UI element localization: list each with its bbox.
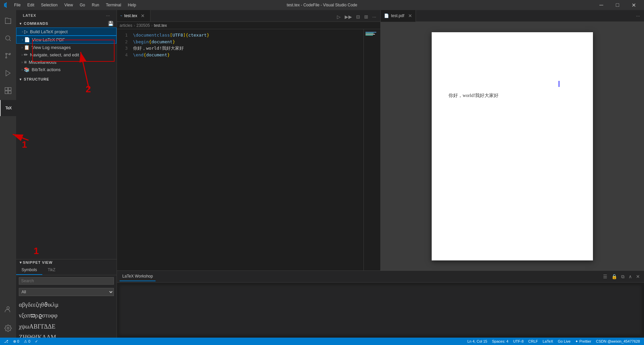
- panel-lock-icon[interactable]: 🔒: [610, 273, 618, 280]
- close-tab-icon[interactable]: ✕: [141, 13, 145, 18]
- pdf-cursor: [559, 81, 559, 87]
- status-golive[interactable]: Go Live: [557, 339, 572, 343]
- breadcrumb-230505[interactable]: 230505: [136, 23, 150, 28]
- panel-collapse-icon[interactable]: ∧: [627, 273, 633, 280]
- view-log-label: View Log messages: [32, 45, 71, 50]
- pdf-more-icon[interactable]: ···: [635, 12, 641, 19]
- symbols-row-4: ΖΗΘΘΙΚΛΛΜ: [19, 332, 114, 338]
- menu-help[interactable]: Help: [125, 1, 140, 9]
- search-input[interactable]: [19, 277, 114, 285]
- split-down-icon[interactable]: ⊟: [355, 13, 361, 20]
- snippet-search-container: [16, 275, 117, 287]
- commands-chevron-icon: ▼: [19, 22, 23, 26]
- activity-bar: TeX: [0, 10, 16, 338]
- panel-close-icon[interactable]: ✕: [635, 273, 641, 280]
- window-title: test.tex - CodeFile - Visual Studio Code: [287, 3, 357, 7]
- status-prettier[interactable]: ✦ Prettier: [574, 339, 593, 344]
- menu-go[interactable]: Go: [76, 1, 88, 9]
- pdf-text-content: 你好，world!我好大家好: [448, 93, 499, 99]
- code-content[interactable]: \documentclass[UTF8]{ctexart} \begin{doc…: [130, 29, 363, 270]
- status-line-col[interactable]: Ln 4, Col 15: [466, 339, 488, 343]
- sidebar-more-icon[interactable]: ···: [106, 13, 110, 18]
- editor-area: ~ test.tex ✕ ▷ ▶▶ ⊟ ⊞ ··· articles ›: [117, 10, 644, 338]
- menu-edit[interactable]: Edit: [24, 1, 38, 9]
- navigate-item[interactable]: › ✏ Navigate, select, and edit: [16, 51, 117, 58]
- more-options-icon[interactable]: ···: [371, 13, 378, 20]
- bottom-panel-header: LaTeX Workshop ☰ 🔒 ⧉ ∧ ✕: [117, 271, 644, 283]
- pdf-tab-test-pdf[interactable]: 📄 test.pdf ✕: [381, 10, 416, 22]
- menu-file[interactable]: File: [11, 1, 24, 9]
- build-play-icon: ▷: [24, 29, 28, 34]
- navigate-chevron-icon: ›: [22, 53, 23, 57]
- activity-account[interactable]: [0, 301, 16, 317]
- tab-tikz[interactable]: TikZ: [42, 265, 61, 275]
- tab-label-test-tex: test.tex: [124, 13, 137, 18]
- menu-run[interactable]: Run: [88, 1, 102, 9]
- status-eol[interactable]: CRLF: [527, 339, 540, 343]
- tab-symbols[interactable]: Symbols: [16, 265, 42, 275]
- build-latex-item[interactable]: › ▷ Build LaTeX project: [16, 28, 117, 36]
- editor-tab-bar: ~ test.tex ✕ ▷ ▶▶ ⊟ ⊞ ···: [117, 10, 380, 22]
- sidebar: LATEX ··· ▼ COMMANDS 💾 › ▷ Build LaTeX p…: [16, 10, 117, 338]
- activity-search[interactable]: [0, 30, 16, 46]
- pdf-tab-bar: 📄 test.pdf ✕ ···: [381, 10, 644, 22]
- activity-settings[interactable]: [0, 320, 16, 336]
- filter-select[interactable]: All: [19, 288, 114, 296]
- svg-rect-6: [8, 88, 11, 90]
- title-bar: File Edit Selection View Go Run Terminal…: [0, 0, 644, 10]
- structure-section-header[interactable]: ▼ STRUCTURE: [16, 76, 117, 83]
- panel-list-icon[interactable]: ☰: [602, 273, 609, 280]
- editor-tab-test-tex[interactable]: ~ test.tex ✕: [117, 10, 151, 21]
- activity-explorer[interactable]: [0, 13, 16, 29]
- menu-terminal[interactable]: Terminal: [102, 1, 124, 9]
- maximize-button[interactable]: □: [610, 0, 625, 10]
- close-button[interactable]: ✕: [626, 0, 641, 10]
- view-pdf-item[interactable]: › 📄 View LaTeX PDF: [16, 36, 117, 44]
- code-line-2: \begin{document}: [133, 39, 361, 45]
- status-warnings[interactable]: ⚠ 0: [23, 339, 32, 344]
- status-encoding[interactable]: UTF-8: [512, 339, 525, 343]
- status-check-icon[interactable]: ✓: [34, 339, 39, 344]
- status-spaces[interactable]: Spaces: 4: [491, 339, 510, 343]
- split-view: ~ test.tex ✕ ▷ ▶▶ ⊟ ⊞ ··· articles ›: [117, 10, 644, 270]
- run-icon[interactable]: ▷: [336, 13, 342, 20]
- main-container: TeX LATEX ··· ▼ COMMANDS 💾 ›: [0, 10, 644, 338]
- view-log-item[interactable]: › 📋 View Log messages: [16, 44, 117, 51]
- blurred-panel-content: [120, 285, 641, 335]
- menu-view[interactable]: View: [61, 1, 76, 9]
- breadcrumb-articles[interactable]: articles: [120, 23, 132, 28]
- svg-rect-8: [8, 91, 11, 94]
- minimize-button[interactable]: ─: [594, 0, 609, 10]
- run-all-icon[interactable]: ▶▶: [343, 13, 353, 20]
- commands-section-header[interactable]: ▼ COMMANDS 💾: [16, 19, 117, 28]
- pdf-viewer: 你好，world!我好大家好: [381, 22, 644, 270]
- vscode-logo-icon: [3, 2, 8, 8]
- activity-extensions[interactable]: [0, 83, 16, 99]
- close-pdf-tab-icon[interactable]: ✕: [408, 13, 412, 18]
- commands-label: COMMANDS: [24, 21, 48, 26]
- minimap: [363, 29, 380, 270]
- misc-item[interactable]: › ≡ Miscellaneous: [16, 58, 117, 66]
- commands-save-icon[interactable]: 💾: [108, 21, 114, 26]
- code-line-1: \documentclass[UTF8]{ctexart}: [133, 32, 361, 39]
- status-csdn[interactable]: CSDN @weixin_45477628: [595, 339, 641, 343]
- snippet-view-header[interactable]: ▼ SNIPPET VIEW: [16, 259, 117, 265]
- menu-selection[interactable]: Selection: [38, 1, 61, 9]
- panel-new-window-icon[interactable]: ⧉: [620, 273, 626, 280]
- split-right-icon[interactable]: ⊞: [363, 13, 370, 20]
- menu-bar: File Edit Selection View Go Run Terminal…: [11, 1, 139, 9]
- activity-debug[interactable]: [0, 65, 16, 81]
- status-git-icon[interactable]: ⎇: [3, 339, 10, 344]
- svg-marker-4: [6, 70, 10, 76]
- status-errors[interactable]: ⊗ 0: [12, 339, 20, 344]
- misc-chevron-icon: ›: [22, 60, 23, 64]
- activity-source-control[interactable]: [0, 48, 16, 64]
- activity-latex[interactable]: TeX: [0, 100, 16, 116]
- breadcrumb-file[interactable]: test.tex: [154, 23, 167, 28]
- bottom-tab-latex-workshop[interactable]: LaTeX Workshop: [120, 272, 156, 281]
- bibtex-item[interactable]: › 📚 BibTeX actions: [16, 66, 117, 73]
- title-bar-left: File Edit Selection View Go Run Terminal…: [3, 1, 139, 9]
- status-language[interactable]: LaTeX: [541, 339, 554, 343]
- breadcrumb-sep-1: ›: [134, 23, 135, 28]
- pdf-icon: 📄: [384, 13, 389, 18]
